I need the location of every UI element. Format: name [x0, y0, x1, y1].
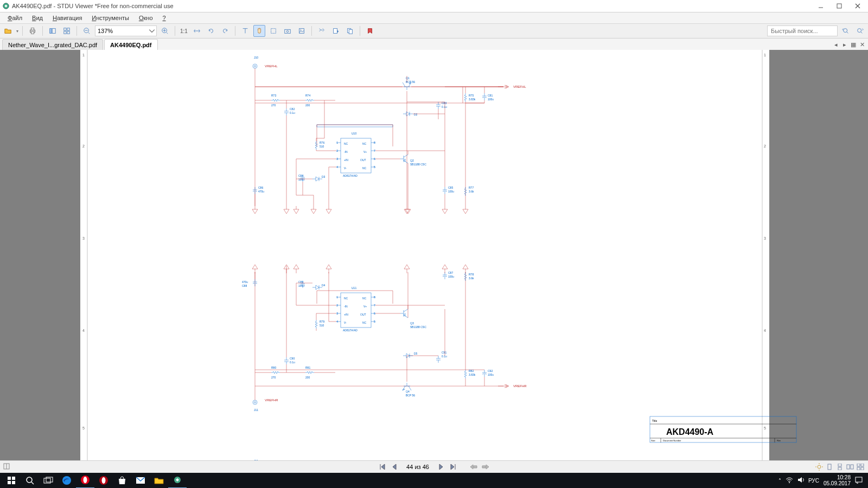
svg-text:R82: R82 [469, 369, 474, 373]
mail-taskbar-icon[interactable] [131, 473, 150, 488]
export-image-button[interactable] [296, 25, 308, 37]
svg-rect-250 [861, 467, 864, 470]
nav-back-button[interactable] [469, 463, 478, 471]
language-indicator[interactable]: РУС [808, 478, 819, 484]
marquee-zoom-button[interactable] [267, 25, 279, 37]
quick-search-input[interactable] [770, 27, 835, 35]
bookmark-button[interactable] [364, 25, 376, 37]
tab-next-button[interactable]: ▸ [841, 41, 848, 48]
menu-view[interactable]: Вид [28, 14, 47, 22]
copy-button[interactable] [344, 25, 356, 37]
rotate-ccw-button[interactable] [205, 25, 217, 37]
find-next-button[interactable] [330, 25, 342, 37]
svg-rect-249 [857, 467, 860, 470]
svg-text:3.6k: 3.6k [469, 277, 474, 280]
opera2-taskbar-icon[interactable] [94, 473, 113, 488]
taskview-button[interactable] [39, 473, 58, 488]
quick-search-box[interactable] [767, 25, 838, 36]
svg-text:2: 2 [82, 144, 85, 148]
tab-grid-button[interactable]: ▦ [850, 41, 857, 48]
tab-ak4490eq[interactable]: AK4490EQ.pdf [104, 39, 157, 50]
svg-text:100u: 100u [448, 190, 454, 193]
volume-icon[interactable] [797, 477, 804, 484]
zoom-combo[interactable] [95, 25, 157, 36]
nav-forward-button[interactable] [481, 463, 490, 471]
view-continuous-button[interactable] [835, 463, 844, 471]
thumbnails-button[interactable] [61, 25, 73, 37]
svg-text:3: 3 [82, 236, 85, 240]
view-facing-button[interactable] [846, 463, 854, 471]
print-button[interactable] [27, 25, 39, 37]
close-button[interactable] [850, 1, 866, 11]
svg-rect-8 [50, 29, 52, 34]
svg-text:Q1: Q1 [406, 76, 410, 80]
svg-line-258 [31, 482, 34, 484]
svg-text:100u: 100u [298, 178, 304, 181]
select-text-button[interactable] [239, 25, 251, 37]
main-toolbar: ▾ 1:1 [0, 24, 868, 38]
fit-width-button[interactable] [191, 25, 203, 37]
svg-text:C82: C82 [290, 107, 295, 111]
windows-taskbar: ˄ РУС 10:28 05.09.2017 [0, 473, 868, 488]
prev-page-button[interactable] [390, 463, 399, 471]
maximize-button[interactable] [831, 1, 847, 11]
search-taskbar-button[interactable] [21, 473, 39, 488]
zoom-ratio-label[interactable]: 1:1 [179, 28, 189, 34]
notifications-icon[interactable] [855, 476, 863, 485]
svg-text:200: 200 [305, 376, 310, 379]
next-page-button[interactable] [437, 463, 445, 471]
edge-taskbar-icon[interactable] [58, 473, 76, 488]
tray-chevron-icon[interactable]: ˄ [778, 478, 781, 484]
svg-text:R77: R77 [469, 186, 474, 189]
stdu-taskbar-icon[interactable] [168, 472, 187, 488]
first-page-button[interactable] [378, 463, 387, 471]
svg-rect-269 [856, 477, 862, 482]
document-viewport[interactable]: 1 2 3 4 5 1 2 3 4 5 [0, 50, 868, 466]
window-titlebar: AK4490EQ.pdf - STDU Viewer *Free for non… [0, 0, 868, 12]
menu-navigation[interactable]: Навигация [48, 14, 86, 22]
brightness-button[interactable] [815, 463, 824, 471]
window-title: AK4490EQ.pdf - STDU Viewer *Free for non… [12, 3, 813, 9]
hand-tool-button[interactable] [253, 25, 265, 37]
view-facing-continuous-button[interactable] [856, 463, 865, 471]
svg-rect-254 [12, 477, 15, 480]
search-next-button[interactable] [854, 25, 866, 37]
svg-text:4: 4 [82, 329, 85, 332]
menu-help[interactable]: ? [158, 14, 170, 22]
find-button[interactable] [316, 25, 328, 37]
svg-text:C91: C91 [442, 351, 446, 354]
open-button[interactable] [2, 25, 14, 37]
svg-rect-24 [285, 29, 291, 33]
snapshot-button[interactable] [282, 25, 293, 37]
tab-nether-wave[interactable]: Nether_Wave_I...grated_DAC.pdf [2, 39, 103, 50]
svg-text:R81: R81 [305, 366, 310, 369]
store-taskbar-icon[interactable] [113, 473, 131, 488]
start-button[interactable] [2, 473, 21, 488]
tab-close-button[interactable]: ✕ [858, 41, 866, 48]
page-navigation-bar: 44 из 46 [0, 460, 868, 473]
svg-text:J10: J10 [254, 56, 258, 59]
tab-prev-button[interactable]: ◂ [832, 41, 840, 48]
minimize-button[interactable] [813, 1, 829, 11]
sidebar-toggle-button[interactable] [47, 25, 59, 37]
explorer-taskbar-icon[interactable] [150, 473, 168, 488]
dropdown-icon[interactable] [149, 28, 155, 34]
svg-rect-23 [271, 29, 276, 34]
tray-clock[interactable]: 10:28 05.09.2017 [824, 474, 851, 486]
search-prev-button[interactable] [840, 25, 852, 37]
zoom-out-button[interactable] [81, 25, 93, 37]
svg-rect-7 [31, 32, 34, 34]
zoom-in-button[interactable] [159, 25, 171, 37]
view-single-button[interactable] [825, 463, 834, 471]
last-page-button[interactable] [449, 463, 457, 471]
svg-text:U11: U11 [352, 286, 356, 290]
wifi-icon[interactable] [786, 477, 793, 484]
svg-rect-122 [317, 125, 393, 127]
zoom-input[interactable] [97, 28, 148, 34]
rotate-cw-button[interactable] [219, 25, 231, 37]
menu-window[interactable]: Окно [135, 14, 157, 22]
menu-file[interactable]: Файл [3, 14, 27, 22]
svg-text:J11: J11 [254, 408, 258, 412]
opera-taskbar-icon[interactable] [76, 472, 94, 488]
menu-tools[interactable]: Инструменты [87, 14, 133, 22]
